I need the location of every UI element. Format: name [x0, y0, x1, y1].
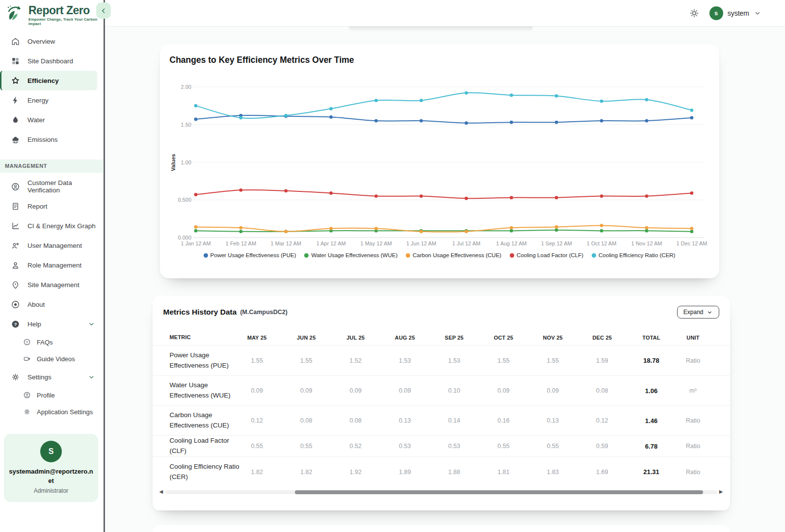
table-title: Metrics History Data [163, 308, 237, 317]
avatar: S [40, 441, 62, 462]
scrollbar-thumb[interactable] [295, 490, 704, 494]
sidebar-management-nav: Customer Data Verification Report CI & E… [0, 177, 103, 314]
svg-text:Values: Values [170, 154, 176, 171]
svg-text:2.00: 2.00 [181, 84, 191, 90]
user-menu[interactable]: s system [709, 6, 761, 20]
sidebar-group-label: Help [27, 320, 41, 328]
sidebar-item-customer-data-verification[interactable]: Customer Data Verification [0, 177, 103, 196]
sidebar-group-settings[interactable]: Settings [0, 367, 103, 387]
sidebar-group-label: Settings [27, 373, 52, 381]
chevron-down-icon [88, 373, 95, 381]
help-circle-icon: ? [11, 319, 20, 329]
scroll-left-arrow[interactable]: ◀ [159, 489, 163, 494]
metric-value: 1.88 [430, 457, 479, 487]
metric-value: 1.53 [380, 346, 430, 375]
sidebar: Report Zero Empower Change, Track Your C… [0, 0, 103, 532]
table-row: Water Usage Effectiveness (WUE) 0.090.09… [153, 375, 730, 405]
sidebar-item-label: User Management [27, 242, 82, 249]
avatar: s [709, 6, 723, 20]
sidebar-item-role-management[interactable]: Role Management [0, 255, 103, 275]
efficiency-line-chart[interactable]: 0.0000.5001.001.502.001 Jan 12 AM1 Feb 1… [170, 77, 709, 249]
sidebar-section-management: MANAGEMENT [0, 160, 103, 173]
sidebar-item-faqs[interactable]: ? FAQs [0, 334, 103, 350]
chevron-down-icon [754, 9, 761, 17]
leaf-logo-icon [5, 4, 26, 26]
metric-unit: Ratio [676, 436, 710, 456]
sidebar-item-application-settings[interactable]: Application Settings [0, 403, 103, 420]
sidebar-group-help[interactable]: ? Help [0, 314, 103, 334]
svg-text:1 Sep 12 AM: 1 Sep 12 AM [541, 240, 572, 246]
sidebar-item-site-dashboard[interactable]: Site Dashboard [0, 51, 103, 71]
metric-value: 1.55 [282, 346, 331, 375]
column-header: SEP 25 [430, 330, 479, 345]
scroll-right-arrow[interactable]: ▶ [719, 489, 723, 494]
legend-label: Water Usage Effectiveness (WUE) [311, 252, 397, 258]
theme-toggle-button[interactable] [686, 5, 703, 22]
column-header: TOTAL [627, 330, 676, 345]
sidebar-item-energy[interactable]: Energy [0, 90, 103, 110]
sidebar-item-ci-energy-mix-graph[interactable]: CI & Energy Mix Graph [0, 216, 103, 236]
metric-value: 0.09 [331, 376, 381, 405]
sidebar-item-guide-videos[interactable]: Guide Videos [0, 350, 103, 367]
sidebar-item-label: Customer Data Verification [27, 179, 103, 194]
legend-item[interactable]: Carbon Usage Effectiveness (CUE) [406, 252, 501, 258]
sun-icon [689, 8, 699, 18]
chart-line-icon [11, 221, 20, 231]
metric-total: 1.46 [627, 406, 676, 435]
metric-value: 0.55 [245, 436, 282, 456]
metric-value: 0.55 [479, 436, 528, 456]
sidebar-item-about[interactable]: About [0, 294, 103, 314]
legend-item[interactable]: Water Usage Effectiveness (WUE) [304, 252, 397, 258]
sidebar-item-overview[interactable]: Overview [0, 31, 103, 51]
chart-svg: 0.0000.5001.001.502.001 Jan 12 AM1 Feb 1… [170, 77, 709, 249]
metric-value: 0.08 [577, 376, 627, 405]
svg-text:0.000: 0.000 [178, 235, 191, 240]
expand-button[interactable]: Expand [677, 306, 719, 319]
metric-unit: Ratio [676, 457, 710, 487]
legend-dot [510, 253, 514, 258]
metrics-table: METRIC MAY 25JUN 25JUL 25AUG 25SEP 25OCT… [153, 330, 730, 487]
sidebar-item-user-management[interactable]: User Management [0, 236, 103, 255]
map-pin-icon [11, 280, 20, 290]
scrollbar-track[interactable] [165, 490, 717, 494]
column-header: OCT 25 [479, 330, 528, 345]
sidebar-item-efficiency[interactable]: Efficiency [0, 71, 97, 90]
legend-item[interactable]: Cooling Load Factor (CLF) [510, 252, 583, 258]
metric-value: 1.59 [577, 346, 627, 375]
metric-value: 0.12 [577, 406, 627, 435]
metric-total: 6.78 [627, 436, 676, 456]
sidebar-item-label: Report [27, 203, 48, 210]
brand-logo: Report Zero Empower Change, Track Your C… [0, 0, 103, 27]
sidebar-divider[interactable] [104, 0, 105, 532]
sidebar-item-site-management[interactable]: Site Management [0, 275, 103, 294]
user-menu-label: system [728, 9, 749, 17]
table-row: Carbon Usage Effectiveness (CUE) 0.120.0… [153, 405, 730, 435]
metric-value: 0.55 [282, 436, 331, 456]
video-icon [23, 355, 31, 363]
sidebar-item-emissions[interactable]: Emissions [0, 130, 103, 149]
legend-item[interactable]: Cooling Efficiency Ratio (CER) [592, 252, 675, 258]
metric-value: 0.52 [331, 436, 381, 456]
metric-value: 0.09 [245, 376, 282, 405]
metric-value: 1.55 [245, 346, 282, 375]
sidebar-collapse-button[interactable] [96, 2, 111, 19]
legend-dot [304, 253, 309, 258]
metric-name: Water Usage Effectiveness (WUE) [153, 376, 245, 405]
svg-text:1 Jun 12 AM: 1 Jun 12 AM [406, 240, 436, 246]
metric-total: 18.78 [627, 346, 676, 375]
legend-item[interactable]: Power Usage Effectiveness (PUE) [204, 252, 296, 258]
sidebar-item-report[interactable]: Report [0, 196, 103, 216]
svg-text:1.00: 1.00 [181, 160, 191, 165]
legend-label: Cooling Load Factor (CLF) [517, 252, 583, 258]
chevron-down-icon [88, 320, 95, 328]
sidebar-item-label: Energy [27, 97, 49, 104]
sidebar-item-profile[interactable]: Profile [0, 387, 103, 403]
document-icon [11, 202, 20, 211]
table-row: Cooling Efficiency Ratio (CER) 1.821.821… [153, 456, 730, 487]
user-role: Administrator [9, 487, 93, 494]
table-row: Power Usage Effectiveness (PUE) 1.551.55… [153, 345, 730, 375]
metric-value: 0.09 [380, 376, 430, 405]
column-header: AUG 25 [380, 330, 430, 345]
metric-value: 1.82 [245, 457, 282, 487]
sidebar-item-water[interactable]: Water [0, 110, 103, 130]
